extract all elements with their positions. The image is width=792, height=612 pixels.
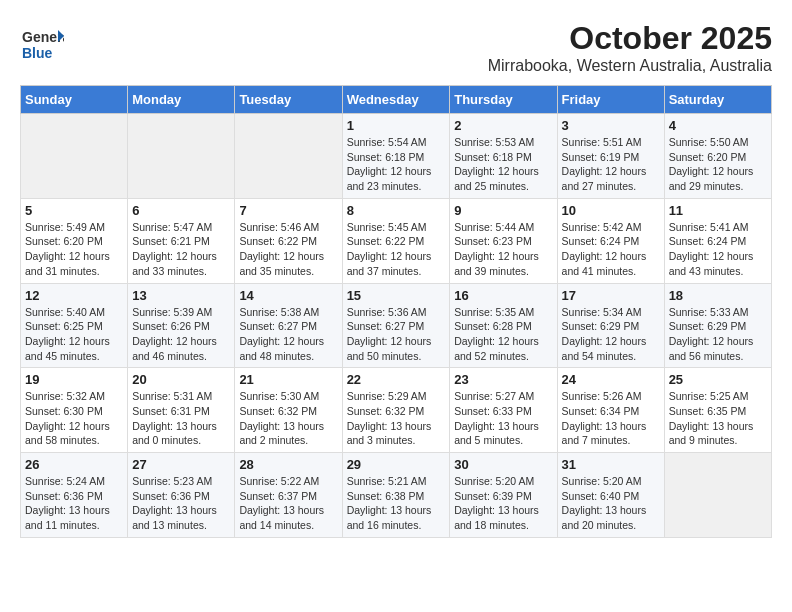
day-info: Sunrise: 5:27 AM Sunset: 6:33 PM Dayligh… [454,389,552,448]
day-number: 3 [562,118,660,133]
day-info: Sunrise: 5:35 AM Sunset: 6:28 PM Dayligh… [454,305,552,364]
header-row: SundayMondayTuesdayWednesdayThursdayFrid… [21,86,772,114]
day-number: 1 [347,118,446,133]
day-number: 31 [562,457,660,472]
calendar-cell: 18Sunrise: 5:33 AM Sunset: 6:29 PM Dayli… [664,283,771,368]
day-number: 17 [562,288,660,303]
week-row-2: 5Sunrise: 5:49 AM Sunset: 6:20 PM Daylig… [21,198,772,283]
day-info: Sunrise: 5:44 AM Sunset: 6:23 PM Dayligh… [454,220,552,279]
calendar-cell: 5Sunrise: 5:49 AM Sunset: 6:20 PM Daylig… [21,198,128,283]
day-info: Sunrise: 5:39 AM Sunset: 6:26 PM Dayligh… [132,305,230,364]
day-number: 21 [239,372,337,387]
day-number: 12 [25,288,123,303]
calendar-cell: 11Sunrise: 5:41 AM Sunset: 6:24 PM Dayli… [664,198,771,283]
svg-text:Blue: Blue [22,45,53,61]
day-number: 20 [132,372,230,387]
day-info: Sunrise: 5:49 AM Sunset: 6:20 PM Dayligh… [25,220,123,279]
day-number: 9 [454,203,552,218]
header-day-wednesday: Wednesday [342,86,450,114]
day-info: Sunrise: 5:30 AM Sunset: 6:32 PM Dayligh… [239,389,337,448]
day-info: Sunrise: 5:33 AM Sunset: 6:29 PM Dayligh… [669,305,767,364]
page-header: General Blue October 2025 Mirrabooka, We… [20,20,772,75]
day-number: 14 [239,288,337,303]
calendar-cell: 20Sunrise: 5:31 AM Sunset: 6:31 PM Dayli… [128,368,235,453]
calendar-cell: 22Sunrise: 5:29 AM Sunset: 6:32 PM Dayli… [342,368,450,453]
day-info: Sunrise: 5:54 AM Sunset: 6:18 PM Dayligh… [347,135,446,194]
calendar-cell: 21Sunrise: 5:30 AM Sunset: 6:32 PM Dayli… [235,368,342,453]
calendar-cell: 4Sunrise: 5:50 AM Sunset: 6:20 PM Daylig… [664,114,771,199]
header-day-saturday: Saturday [664,86,771,114]
calendar-cell: 15Sunrise: 5:36 AM Sunset: 6:27 PM Dayli… [342,283,450,368]
day-number: 4 [669,118,767,133]
day-info: Sunrise: 5:22 AM Sunset: 6:37 PM Dayligh… [239,474,337,533]
day-info: Sunrise: 5:53 AM Sunset: 6:18 PM Dayligh… [454,135,552,194]
calendar-cell: 24Sunrise: 5:26 AM Sunset: 6:34 PM Dayli… [557,368,664,453]
calendar-cell: 28Sunrise: 5:22 AM Sunset: 6:37 PM Dayli… [235,453,342,538]
day-info: Sunrise: 5:51 AM Sunset: 6:19 PM Dayligh… [562,135,660,194]
calendar-body: 1Sunrise: 5:54 AM Sunset: 6:18 PM Daylig… [21,114,772,538]
day-info: Sunrise: 5:31 AM Sunset: 6:31 PM Dayligh… [132,389,230,448]
calendar-cell: 14Sunrise: 5:38 AM Sunset: 6:27 PM Dayli… [235,283,342,368]
header-day-thursday: Thursday [450,86,557,114]
week-row-3: 12Sunrise: 5:40 AM Sunset: 6:25 PM Dayli… [21,283,772,368]
day-number: 6 [132,203,230,218]
calendar-cell: 8Sunrise: 5:45 AM Sunset: 6:22 PM Daylig… [342,198,450,283]
day-info: Sunrise: 5:29 AM Sunset: 6:32 PM Dayligh… [347,389,446,448]
calendar-cell: 30Sunrise: 5:20 AM Sunset: 6:39 PM Dayli… [450,453,557,538]
title-section: October 2025 Mirrabooka, Western Austral… [488,20,772,75]
day-info: Sunrise: 5:42 AM Sunset: 6:24 PM Dayligh… [562,220,660,279]
calendar-cell: 16Sunrise: 5:35 AM Sunset: 6:28 PM Dayli… [450,283,557,368]
header-day-monday: Monday [128,86,235,114]
calendar-cell: 1Sunrise: 5:54 AM Sunset: 6:18 PM Daylig… [342,114,450,199]
day-info: Sunrise: 5:45 AM Sunset: 6:22 PM Dayligh… [347,220,446,279]
calendar-cell [235,114,342,199]
day-number: 26 [25,457,123,472]
day-number: 7 [239,203,337,218]
day-number: 25 [669,372,767,387]
day-info: Sunrise: 5:25 AM Sunset: 6:35 PM Dayligh… [669,389,767,448]
day-info: Sunrise: 5:46 AM Sunset: 6:22 PM Dayligh… [239,220,337,279]
day-number: 28 [239,457,337,472]
day-info: Sunrise: 5:21 AM Sunset: 6:38 PM Dayligh… [347,474,446,533]
logo-icon: General Blue [20,20,64,64]
header-day-sunday: Sunday [21,86,128,114]
day-info: Sunrise: 5:34 AM Sunset: 6:29 PM Dayligh… [562,305,660,364]
calendar-cell: 27Sunrise: 5:23 AM Sunset: 6:36 PM Dayli… [128,453,235,538]
day-number: 30 [454,457,552,472]
calendar-title: October 2025 [488,20,772,57]
calendar-header: SundayMondayTuesdayWednesdayThursdayFrid… [21,86,772,114]
day-info: Sunrise: 5:38 AM Sunset: 6:27 PM Dayligh… [239,305,337,364]
day-number: 11 [669,203,767,218]
day-info: Sunrise: 5:20 AM Sunset: 6:39 PM Dayligh… [454,474,552,533]
calendar-table: SundayMondayTuesdayWednesdayThursdayFrid… [20,85,772,538]
day-number: 29 [347,457,446,472]
calendar-cell: 23Sunrise: 5:27 AM Sunset: 6:33 PM Dayli… [450,368,557,453]
calendar-cell: 7Sunrise: 5:46 AM Sunset: 6:22 PM Daylig… [235,198,342,283]
day-number: 23 [454,372,552,387]
calendar-cell: 17Sunrise: 5:34 AM Sunset: 6:29 PM Dayli… [557,283,664,368]
day-number: 27 [132,457,230,472]
calendar-cell: 29Sunrise: 5:21 AM Sunset: 6:38 PM Dayli… [342,453,450,538]
calendar-cell: 31Sunrise: 5:20 AM Sunset: 6:40 PM Dayli… [557,453,664,538]
calendar-cell: 19Sunrise: 5:32 AM Sunset: 6:30 PM Dayli… [21,368,128,453]
day-number: 16 [454,288,552,303]
day-info: Sunrise: 5:36 AM Sunset: 6:27 PM Dayligh… [347,305,446,364]
calendar-cell [21,114,128,199]
day-number: 5 [25,203,123,218]
week-row-1: 1Sunrise: 5:54 AM Sunset: 6:18 PM Daylig… [21,114,772,199]
day-number: 8 [347,203,446,218]
day-info: Sunrise: 5:23 AM Sunset: 6:36 PM Dayligh… [132,474,230,533]
day-number: 15 [347,288,446,303]
calendar-subtitle: Mirrabooka, Western Australia, Australia [488,57,772,75]
header-day-tuesday: Tuesday [235,86,342,114]
day-info: Sunrise: 5:26 AM Sunset: 6:34 PM Dayligh… [562,389,660,448]
header-day-friday: Friday [557,86,664,114]
day-info: Sunrise: 5:50 AM Sunset: 6:20 PM Dayligh… [669,135,767,194]
calendar-cell: 10Sunrise: 5:42 AM Sunset: 6:24 PM Dayli… [557,198,664,283]
day-info: Sunrise: 5:32 AM Sunset: 6:30 PM Dayligh… [25,389,123,448]
week-row-4: 19Sunrise: 5:32 AM Sunset: 6:30 PM Dayli… [21,368,772,453]
day-number: 2 [454,118,552,133]
calendar-cell: 25Sunrise: 5:25 AM Sunset: 6:35 PM Dayli… [664,368,771,453]
logo: General Blue [20,20,64,64]
day-info: Sunrise: 5:40 AM Sunset: 6:25 PM Dayligh… [25,305,123,364]
